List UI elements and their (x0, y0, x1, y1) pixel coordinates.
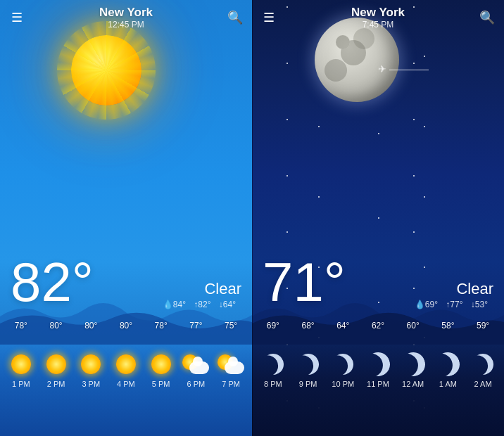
night-icon-6 (434, 350, 462, 378)
day-time: 12:45 PM (25, 20, 227, 30)
day-icon-5 (147, 350, 175, 378)
night-icon-5 (399, 350, 427, 378)
night-details: 💧69° ↑77° ↓53° (415, 300, 493, 309)
day-icons-row (0, 345, 252, 380)
day-temperature: 82° (11, 255, 94, 309)
day-header: ☰ New York 12:45 PM 🔍 (0, 0, 252, 35)
day-header-title: New York 12:45 PM (25, 6, 227, 30)
night-icon-7 (469, 350, 497, 378)
day-icon-7 (217, 350, 245, 378)
night-bottom-bar: 8 PM 9 PM 10 PM 11 PM 12 AM 1 AM 2 AM (252, 345, 504, 436)
panel-divider (252, 0, 253, 436)
day-bottom-bar: 1 PM 2 PM 3 PM 4 PM 5 PM 6 PM 7 PM (0, 345, 252, 436)
day-icon-1 (7, 350, 35, 378)
night-icons-row (252, 345, 504, 380)
day-details: 💧84° ↑82° ↓64° (163, 300, 241, 309)
day-condition: Clear (163, 280, 241, 298)
day-icon-6 (182, 350, 210, 378)
night-time-row: 8 PM 9 PM 10 PM 11 PM 12 AM 1 AM 2 AM (252, 380, 504, 394)
day-time-1: 1 PM (7, 380, 35, 388)
night-temp-6: 58° (441, 321, 454, 331)
night-temp-1: 69° (267, 321, 279, 331)
night-icon-1 (259, 350, 287, 378)
night-menu-icon[interactable]: ☰ (260, 10, 277, 25)
night-time-5: 12 AM (399, 380, 427, 388)
day-humidity: 💧84° (163, 300, 189, 309)
day-time-6: 6 PM (182, 380, 210, 388)
day-icon-3 (77, 350, 105, 378)
night-main-info: 71° Clear 💧69° ↑77° ↓53° (252, 255, 504, 309)
night-header-title: New York 7:45 PM (277, 6, 479, 30)
night-icon-4 (364, 350, 392, 378)
day-sun-container (57, 21, 156, 120)
day-condition-block: Clear 💧84° ↑82° ↓64° (163, 280, 241, 309)
day-high: ↑82° (194, 300, 213, 309)
day-city: New York (25, 6, 227, 20)
day-icon-4 (112, 350, 140, 378)
day-time-7: 7 PM (217, 380, 245, 388)
night-time-4: 11 PM (364, 380, 392, 388)
day-sun (71, 35, 141, 105)
day-panel: ☰ New York 12:45 PM 🔍 82° Clear 💧84° ↑82… (0, 0, 252, 436)
night-header: ☰ New York 7:45 PM 🔍 (252, 0, 504, 35)
night-time: 7:45 PM (277, 20, 479, 30)
day-time-4: 4 PM (112, 380, 140, 388)
day-temp-5: 78° (155, 321, 168, 331)
day-temp-2: 80° (49, 321, 62, 331)
night-time-6: 1 AM (434, 380, 462, 388)
night-high: ↑77° (446, 300, 465, 309)
night-icon-2 (294, 350, 322, 378)
day-temp-1: 78° (15, 321, 27, 331)
night-time-7: 2 AM (469, 380, 497, 388)
night-panel: ☰ New York 7:45 PM 🔍 ✈ ———— 71° Clear 💧6… (252, 0, 504, 436)
day-low: ↓64° (219, 300, 239, 309)
night-hourly-temps: 69° 68° 64° 62° 60° 58° 59° (252, 321, 504, 331)
night-time-3: 10 PM (329, 380, 357, 388)
day-search-icon[interactable]: 🔍 (227, 10, 244, 25)
day-time-3: 3 PM (77, 380, 105, 388)
day-time-2: 2 PM (42, 380, 70, 388)
night-temp-5: 60° (407, 321, 420, 331)
night-temp-7: 59° (477, 321, 489, 331)
night-condition-block: Clear 💧69° ↑77° ↓53° (415, 280, 493, 309)
night-temp-2: 68° (301, 321, 314, 331)
night-low: ↓53° (471, 300, 491, 309)
day-temp-4: 80° (120, 321, 132, 331)
day-time-row: 1 PM 2 PM 3 PM 4 PM 5 PM 6 PM 7 PM (0, 380, 252, 394)
day-main-info: 82° Clear 💧84° ↑82° ↓64° (0, 255, 252, 309)
night-condition: Clear (415, 280, 493, 298)
night-humidity: 💧69° (415, 300, 441, 309)
night-temp-3: 64° (336, 321, 349, 331)
night-time-2: 9 PM (294, 380, 322, 388)
day-time-5: 5 PM (147, 380, 175, 388)
night-temperature: 71° (263, 255, 346, 309)
day-temp-3: 80° (84, 321, 97, 331)
day-temp-7: 75° (225, 321, 237, 331)
day-temp-6: 77° (189, 321, 202, 331)
day-icon-2 (42, 350, 70, 378)
night-icon-3 (329, 350, 357, 378)
night-search-icon[interactable]: 🔍 (479, 10, 496, 25)
night-plane-icon: ✈ ———— (378, 63, 429, 75)
day-menu-icon[interactable]: ☰ (8, 10, 25, 25)
night-time-1: 8 PM (259, 380, 287, 388)
night-city: New York (277, 6, 479, 20)
night-temp-4: 62° (372, 321, 384, 331)
day-hourly-temps: 78° 80° 80° 80° 78° 77° 75° (0, 321, 252, 331)
